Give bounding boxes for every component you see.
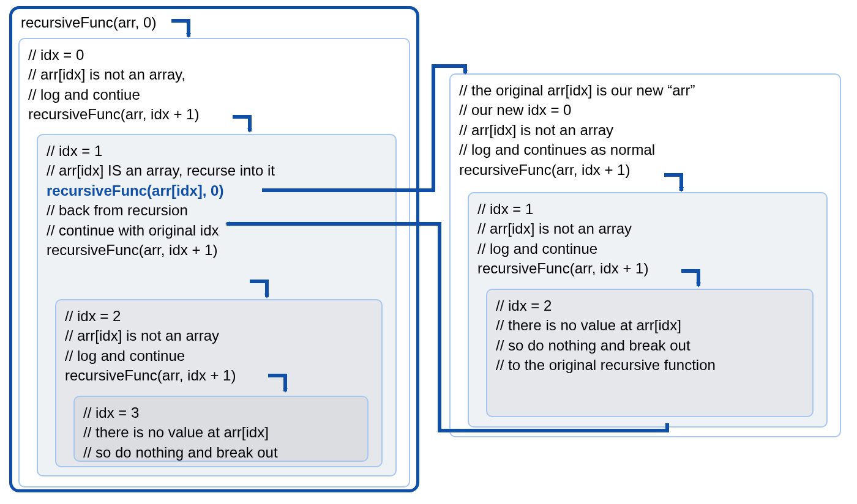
code-comment: // idx = 1: [477, 199, 818, 219]
code-comment: // log and continues as normal: [459, 140, 831, 160]
right-frame-idx1: // idx = 1 // arr[idx] is not an array /…: [468, 192, 828, 428]
code-comment: // arr[idx] is not an array: [65, 326, 373, 346]
code-comment: // so do nothing and break out: [83, 443, 359, 462]
code-comment: // so do nothing and break out: [496, 336, 804, 355]
diagram-canvas: recursiveFunc(arr, 0) // idx = 0 // arr[…: [0, 0, 857, 504]
left-frame-idx0: // idx = 0 // arr[idx] is not an array, …: [18, 38, 410, 487]
recurse-into-subarray-call: recursiveFunc(arr[idx], 0): [47, 181, 387, 201]
code-comment: // the original arr[idx] is our new “arr…: [459, 81, 831, 100]
code-comment: // arr[idx] is not an array: [459, 120, 831, 140]
code-comment: // idx = 1: [47, 141, 387, 161]
code-comment: // our new idx = 0: [459, 100, 831, 120]
code-comment: // back from recursion: [47, 201, 387, 220]
initial-call-label: recursiveFunc(arr, 0): [21, 13, 156, 32]
code-comment: // arr[idx] is not an array,: [28, 65, 400, 84]
left-frame-idx2: // idx = 2 // arr[idx] is not an array /…: [55, 299, 383, 467]
code-comment: // continue with original idx: [47, 221, 387, 240]
left-frame-idx3: // idx = 3 // there is no value at arr[i…: [73, 396, 369, 462]
code-comment: // idx = 3: [83, 403, 359, 423]
code-call: recursiveFunc(arr, idx + 1): [459, 160, 831, 180]
code-call: recursiveFunc(arr, idx + 1): [65, 366, 373, 385]
code-comment: // there is no value at arr[idx]: [83, 423, 359, 442]
code-call: recursiveFunc(arr, idx + 1): [47, 240, 387, 260]
subarray-stack: // the original arr[idx] is our new “arr…: [449, 73, 841, 440]
code-comment: // there is no value at arr[idx]: [496, 316, 804, 335]
code-call: recursiveFunc(arr, idx + 1): [477, 259, 818, 278]
code-comment: // idx = 2: [496, 296, 804, 316]
code-comment: // log and continue: [477, 239, 818, 259]
right-frame-idx0: // the original arr[idx] is our new “arr…: [449, 73, 841, 437]
code-comment: // idx = 0: [28, 45, 400, 65]
right-frame-idx2: // idx = 2 // there is no value at arr[i…: [486, 289, 814, 417]
code-comment: // arr[idx] is not an array: [477, 219, 818, 239]
code-comment: // arr[idx] IS an array, recurse into it: [47, 161, 387, 180]
left-frame-idx1: // idx = 1 // arr[idx] IS an array, recu…: [37, 134, 397, 476]
code-comment: // idx = 2: [65, 306, 373, 326]
code-call: recursiveFunc(arr, idx + 1): [28, 105, 400, 124]
code-comment: // log and continue: [65, 346, 373, 366]
code-comment: // to the original recursive function: [496, 355, 804, 375]
code-comment: // log and contiue: [28, 85, 400, 105]
